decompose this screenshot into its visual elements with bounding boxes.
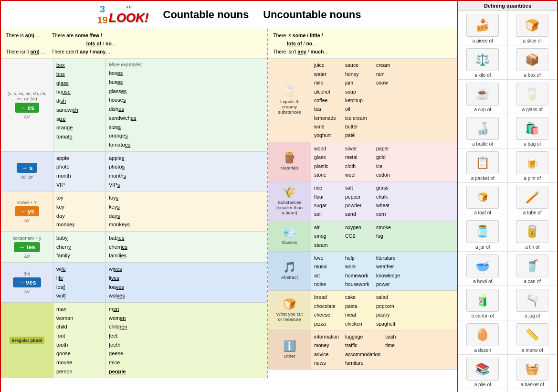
plural-rules: (x, s, ss, se, sh, ch,ze, ge [o]) → es /… [1,59,267,378]
qty-item-dozen: 🥚 a dozen [458,320,508,355]
unc-label-substances: 🌾 Substances(smaller thana bean) [268,181,311,221]
unc-row-gasses: 💨 Gasses airsmogsteam oxygenCO2 smok [268,221,457,252]
rule-label-es: (x, s, ss, se, sh, ch,ze, ge [o]) → es /… [1,59,53,151]
unc-words-substances: ricefloursugarsoil saltpepperpowdersand … [311,181,457,221]
qty-item-glass: 🥛 a glass of [508,80,558,114]
unc-label-materials: 🪵 Materials [268,142,311,181]
singular-col-ys: toy key day monkey [53,191,106,231]
loaf-icon: 🍞 [466,186,499,209]
qty-item-kilo: ⚖️ a kilo of [458,45,508,80]
qty-item-bunch: 🌸 a bunch of [508,389,558,392]
qty-item-loaf: 🍞 a loaf of [458,183,508,217]
tube-icon: 🪥 [516,186,548,209]
defining-quantities-title: Defining quantities [458,1,557,11]
plural-row-ves: f(e) → ves /z/ wife life loaf wolf wives [1,263,267,303]
qty-item-bowl: 🥣 a bowl of [458,252,508,286]
pile-icon: 📚 [466,358,499,381]
kilo-icon: ⚖️ [466,48,499,71]
unc-row-abstract: 🎵 Abstract lovemusicartnoise helpworkhom… [268,252,457,291]
qty-item-can: 🥤 a can of [508,252,558,286]
singular-col-ies: baby cherry family [53,232,106,262]
plural-row-irregular: Irregular plural man woman child foot to… [1,303,267,379]
qty-item-cup: ☕ a cup of [458,80,508,114]
plural-row-es: (x, s, ss, se, sh, ch,ze, ge [o]) → es /… [1,59,267,151]
qty-item-jar: 🫙 a jar of [458,217,508,252]
singular-col-es: box bus glass house dish sandwich size o… [53,59,106,151]
qty-item-tin: 🥫 a tin of [508,217,558,252]
uncountable-grammar: There is some / little / lots of / no… T… [268,29,457,59]
content-area: There is a(n) … There are some /few / lo… [1,29,457,378]
pint-icon: 🍺 [516,151,548,174]
quantities-grid: 🍰 a piece of 🍞 a slice of ⚖️ a kilo of 📦… [458,11,557,392]
unc-words-materials: woodglassplasticstone silvermetalclothwo… [311,142,457,181]
unc-row-liquids: 🥛 Liquids &creamysubstances juicewatermi… [268,59,457,142]
unc-words-gasses: airsmogsteam oxygenCO2 smokefog [311,221,457,251]
rule-label-ys: vowel + Y → ys /z/ [1,191,53,231]
unc-words-other: informationmoneyadvicenews luggagetraffi… [311,330,457,370]
qty-item-metre: 📏 a metre of [508,320,558,355]
qty-item-slice: 🍞 a slice of [508,11,558,45]
singular-col-irregular: man woman child foot tooth goose mouse p… [53,303,106,378]
dozen-icon: 🥚 [466,323,499,346]
glass-icon: 🥛 [516,83,548,106]
carton-icon: 🧃 [466,289,499,312]
countable-title: Countable nouns [163,9,249,21]
plural-row-ies: consonant + y → ies /iz/ baby cherry fam… [1,232,267,263]
rule-label-s: → s /s/, /z/ [1,152,53,191]
tin-icon: 🥫 [516,220,548,243]
bowl-icon: 🥣 [466,254,499,277]
qty-item-bag: 🛍️ a bag of [508,114,558,148]
jar-icon: 🫙 [466,220,499,243]
unc-row-other: ℹ️ Other informationmoneyadvicenews lugg… [268,330,457,370]
qty-item-piece: 🍰 a piece of [458,11,508,45]
qty-item-packet: 📋 a packet of [458,148,508,183]
basket-icon: 🧺 [516,358,548,381]
qty-item-tube: 🪥 a tube of [508,183,558,217]
bag-icon: 🛍️ [516,117,548,140]
singular-col-s: apple photo month VIP [53,152,106,191]
countable-grammar: There is a(n) … There are some /few / lo… [1,29,267,59]
cup-icon: ☕ [466,83,499,106]
rule-label-irregular: Irregular plural [1,303,53,378]
right-panel: Defining quantities 🍰 a piece of 🍞 a sli… [458,0,558,392]
unc-label-gasses: 💨 Gasses [268,221,311,251]
uncountable-categories: 🥛 Liquids &creamysubstances juicewatermi… [268,59,457,370]
unc-label-measure: 🍞 What you cutor measure [268,291,311,330]
plural-row-s: → s /s/, /z/ apple photo month VIP apple… [1,152,267,192]
qty-item-box: 📦 a box of [508,45,558,80]
qty-item-pile: 📚 a pile of [458,355,508,389]
qty-item-bar: 🍫 a bar of [458,389,508,392]
header-row: 3 19 👀 LOOK! Countable nouns Uncountable… [1,1,457,29]
unc-row-materials: 🪵 Materials woodglassplasticstone silver… [268,142,457,182]
slice-icon: 🍞 [516,14,548,37]
unc-label-abstract: 🎵 Abstract [268,252,311,291]
unc-words-measure: breadchocolatecheesepizza cakepastameatc… [311,291,457,330]
qty-item-bottle: 🍶 a bottle of [458,114,508,148]
qty-item-carton: 🧃 a carton of [458,286,508,320]
rule-label-ves: f(e) → ves /z/ [1,263,53,302]
unc-words-liquids: juicewatermilkalcoholcoffeetealemonadewi… [311,59,457,141]
plural-col-ies: babies cherries families [106,232,267,262]
plural-col-s: apples photos months VIPs [106,152,267,191]
qty-item-pint: 🍺 a pint of [508,148,558,183]
bottle-icon: 🍶 [466,117,499,140]
countable-section: There is a(n) … There are some /few / lo… [1,29,268,378]
logo-text: LOOK! [109,11,149,25]
plural-row-ys: vowel + Y → ys /z/ toy key day monkey to… [1,191,267,232]
plural-col-ves: wives lives loaves wolves [106,263,267,302]
unc-row-substances: 🌾 Substances(smaller thana bean) riceflo… [268,181,457,221]
piece-icon: 🍰 [466,14,499,37]
plural-col-es: More examples: boxes buses glasses house… [106,59,267,151]
jug-icon: 🫗 [516,289,548,312]
metre-icon: 📏 [516,323,548,346]
packet-icon: 📋 [466,151,499,174]
qty-item-jug: 🫗 a jug of [508,286,558,320]
uncountable-section: There is some / little / lots of / no… T… [268,29,457,378]
left-panel: 3 19 👀 LOOK! Countable nouns Uncountable… [0,0,458,392]
box-icon: 📦 [516,48,548,71]
plural-col-ys: toys keys days monkeys [106,191,267,231]
unc-words-abstract: lovemusicartnoise helpworkhomeworkhousew… [311,252,457,291]
logo: 3 19 👀 LOOK! [97,4,149,26]
unc-label-other: ℹ️ Other [268,330,311,370]
can-icon: 🥤 [516,254,548,277]
